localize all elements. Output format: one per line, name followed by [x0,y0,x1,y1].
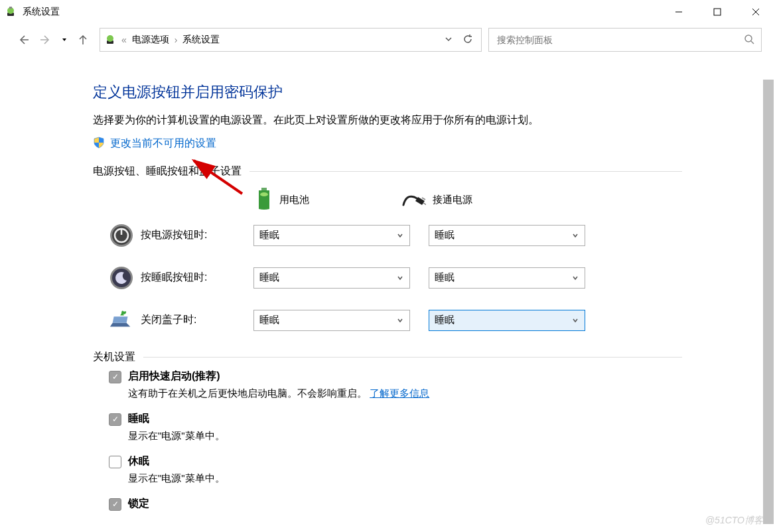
window-controls [660,0,775,24]
breadcrumb-level1[interactable]: 电源选项 [129,34,172,46]
fast-startup-desc: 这有助于在关机之后更快地启动电脑。不会影响重启。 了解更多信息 [128,387,682,400]
window-title: 系统设置 [23,6,60,18]
maximize-button[interactable] [698,0,737,24]
nav-row: « 电源选项 › 系统设置 [0,24,775,56]
page-title: 定义电源按钮并启用密码保护 [93,82,682,102]
hibernate-option-checkbox[interactable] [109,456,121,468]
sleep-button-label: 按睡眠按钮时: [141,271,253,285]
chevron-right-icon: › [172,34,180,45]
forward-button[interactable] [36,30,56,50]
breadcrumb-prefix: « [119,34,129,45]
search-icon[interactable] [744,34,754,46]
back-button[interactable] [13,30,33,50]
svg-line-16 [422,198,425,200]
sleep-option-row: 睡眠 显示在"电源"菜单中。 [109,412,682,449]
column-headers: 用电池 接通电源 [255,188,682,212]
change-unavailable-settings-link[interactable]: 更改当前不可用的设置 [93,137,682,151]
lid-row: 关闭盖子时: 睡眠 睡眠 [109,308,682,333]
svg-rect-2 [9,7,12,9]
address-bar[interactable]: « 电源选项 › 系统设置 [100,28,482,52]
svg-line-17 [423,203,426,205]
svg-point-15 [260,192,268,196]
address-dropdown-icon[interactable] [444,34,453,46]
hibernate-option-row: 休眠 显示在"电源"菜单中。 [109,454,682,492]
control-panel-window: 系统设置 « 电源选项 › 系统设置 [0,0,775,532]
power-button-label: 按电源按钮时: [141,228,253,242]
search-input[interactable] [496,34,744,46]
lid-battery-select[interactable]: 睡眠 [253,310,410,331]
lid-label: 关闭盖子时: [141,313,253,327]
history-dropdown[interactable] [58,36,70,44]
section-shutdown-label: 关机设置 [93,350,682,364]
power-button-plugged-select[interactable]: 睡眠 [429,225,585,246]
hibernate-option-label: 休眠 [128,454,682,468]
fast-startup-checkbox[interactable] [109,371,121,383]
lid-plugged-select[interactable]: 睡眠 [429,310,585,331]
battery-icon [255,188,273,212]
sleep-button-plugged-select[interactable]: 睡眠 [429,267,585,289]
sleep-icon [109,265,134,291]
power-button-row: 按电源按钮时: 睡眠 睡眠 [109,223,682,248]
svg-point-11 [107,35,113,42]
breadcrumb-level2[interactable]: 系统设置 [180,34,222,46]
sleep-button-row: 按睡眠按钮时: 睡眠 睡眠 [109,265,682,291]
plug-icon [402,190,426,210]
minimize-button[interactable] [660,0,698,24]
sleep-option-desc: 显示在"电源"菜单中。 [128,430,682,442]
fast-startup-row: 启用快速启动(推荐) 这有助于在关机之后更快地启动电脑。不会影响重启。 了解更多… [109,369,682,407]
learn-more-link[interactable]: 了解更多信息 [370,387,429,399]
breadcrumb-icon [104,33,117,46]
power-icon [109,223,134,248]
admin-link-text: 更改当前不可用的设置 [110,137,216,151]
app-icon [5,6,17,18]
close-button[interactable] [737,0,775,24]
svg-line-13 [751,41,754,44]
search-box[interactable] [488,28,762,52]
lock-option-label: 锁定 [128,497,682,511]
battery-column-header: 用电池 [255,188,309,212]
svg-point-12 [745,35,752,42]
up-button[interactable] [73,30,93,50]
svg-rect-4 [714,9,721,15]
section-buttons-label: 电源按钮、睡眠按钮和盖子设置 [93,165,682,178]
sleep-option-checkbox[interactable] [109,413,121,426]
watermark: @51CTO博客 [705,515,763,527]
laptop-lid-icon [109,308,134,333]
content-area: 定义电源按钮并启用密码保护 选择要为你的计算机设置的电源设置。在此页上对设置所做… [0,56,775,511]
shield-icon [93,137,105,151]
lock-option-checkbox[interactable] [109,498,121,511]
refresh-button[interactable] [462,34,473,46]
lock-option-row: 锁定 [109,497,682,511]
fast-startup-label: 启用快速启动(推荐) [128,369,682,383]
svg-rect-14 [261,188,267,190]
titlebar: 系统设置 [0,0,775,24]
sleep-option-label: 睡眠 [128,412,682,426]
power-button-battery-select[interactable]: 睡眠 [253,225,410,246]
plugged-column-header: 接通电源 [402,188,472,212]
page-description: 选择要为你的计算机设置的电源设置。在此页上对设置所做的更改将应用于你所有的电源计… [93,111,682,129]
sleep-button-battery-select[interactable]: 睡眠 [253,267,410,289]
hibernate-option-desc: 显示在"电源"菜单中。 [128,472,682,485]
